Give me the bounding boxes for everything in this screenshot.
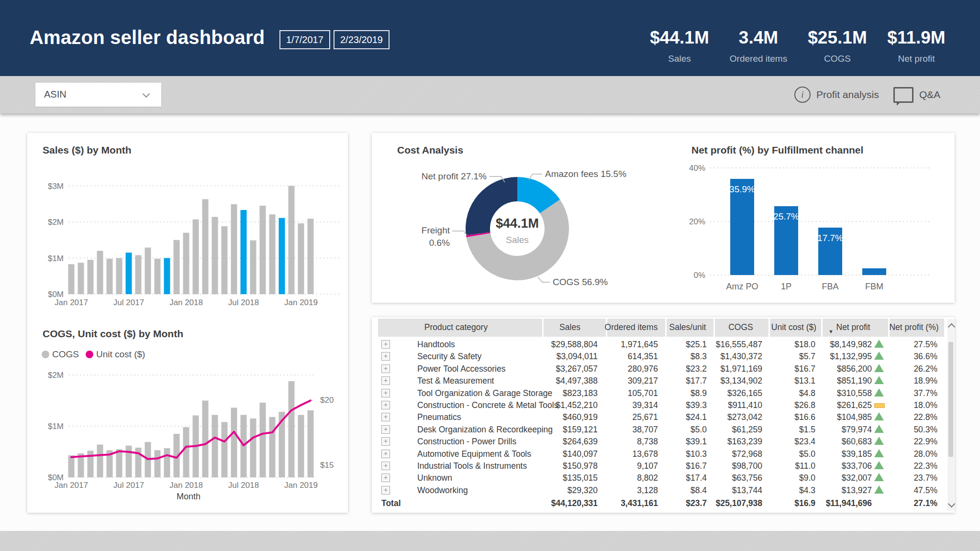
- sales_unit-cell: $39.1: [686, 437, 707, 447]
- ordered-cell: 39,314: [632, 400, 658, 410]
- cogs-bar: [212, 415, 218, 477]
- svg-text:FBM: FBM: [865, 282, 883, 291]
- table-total-row[interactable]: Total$44,120,3313,431,161$23.7$25,107,93…: [372, 497, 955, 509]
- sales-cell: $4,497,388: [556, 376, 598, 386]
- kpi-up-triangle-icon: [874, 364, 884, 372]
- cogs-cell: $1,971,169: [720, 364, 762, 374]
- kpi-up-triangle-icon: [874, 485, 884, 494]
- svg-text:FBA: FBA: [822, 282, 838, 291]
- kpi-net-profit: $11.9M Net profit: [887, 28, 945, 64]
- sales-cell: $140,097: [563, 449, 598, 459]
- sales-bar: [289, 186, 295, 295]
- net_profit_pct-cell: 18.0%: [913, 400, 937, 410]
- table-scrollbar-thumb[interactable]: [948, 342, 953, 457]
- table-row[interactable]: +Construction - Power Drills$264,6398,73…: [372, 435, 955, 448]
- expand-row-icon[interactable]: +: [381, 437, 390, 446]
- sales-cell: $264,639: [563, 437, 598, 447]
- cogs-cell: $72,968: [732, 449, 762, 459]
- svg-text:25.7%: 25.7%: [773, 211, 799, 221]
- svg-text:Jan 2017: Jan 2017: [55, 481, 88, 490]
- svg-text:Jan 2019: Jan 2019: [284, 481, 318, 490]
- scroll-down-icon[interactable]: [948, 500, 956, 508]
- table-row[interactable]: +Unknown$135,0158,802$17.4$63,756$9.0$32…: [372, 472, 955, 484]
- table-row[interactable]: +Security & Safety$3,094,011614,351$8.3$…: [372, 350, 955, 363]
- expand-row-icon[interactable]: +: [381, 425, 390, 434]
- cogs-bar: [97, 445, 103, 477]
- table-row[interactable]: +Test & Measurement$4,497,388309,217$17.…: [372, 375, 955, 387]
- expand-row-icon[interactable]: +: [381, 340, 390, 349]
- expand-row-icon[interactable]: +: [381, 352, 390, 361]
- sales-bar: [78, 263, 84, 294]
- svg-text:$15: $15: [320, 461, 334, 470]
- sales-bar: [202, 199, 209, 294]
- net_profit-cell: $79,974: [842, 425, 872, 435]
- ordered-cell: 8,738: [637, 437, 658, 447]
- profit-analysis-button[interactable]: i Profit analysis: [794, 76, 879, 113]
- svg-text:Jan 2018: Jan 2018: [169, 481, 203, 490]
- sales-bar: [116, 258, 122, 295]
- cogs-bar: [308, 410, 314, 477]
- ordered-cell: 38,707: [632, 425, 658, 435]
- qna-button[interactable]: Q&A: [893, 76, 940, 113]
- cogs-bars[interactable]: [68, 381, 314, 477]
- cogs-bar: [116, 449, 122, 477]
- net_profit_pct-cell: 23.7%: [913, 473, 937, 483]
- kpi-flat-bar-icon: [874, 403, 885, 408]
- table-row[interactable]: +Tool Organization & Garage Storage$823,…: [372, 387, 955, 399]
- table-row[interactable]: +Construction - Concrete & Metal Tools$1…: [372, 399, 955, 411]
- expand-row-icon[interactable]: +: [381, 450, 390, 458]
- unit_cost-cell: $5.7: [799, 352, 815, 362]
- cost-analysis-donut[interactable]: Amazon fees 15.5%Net profit 27.1%Freight…: [372, 133, 668, 303]
- net_profit_pct-cell: 22.3%: [913, 461, 937, 471]
- monthly-charts-plot[interactable]: $0M$1M$2M$3MJan 2017Jul 2017Jan 2018Jul …: [27, 133, 348, 513]
- column-header-label: Net profit: [836, 322, 870, 332]
- unit_cost-cell: $9.0: [799, 473, 815, 483]
- unit_cost-cell: $5.0: [799, 449, 815, 459]
- fulfillment-channel-plot[interactable]: 0%20%40%35.9%Amz PO25.7%1P17.7%FBAFBM: [668, 133, 955, 303]
- kpi-cogs-value: $25.1M: [808, 28, 867, 48]
- expand-row-icon[interactable]: +: [381, 474, 390, 482]
- table-row[interactable]: +Pneumatics$460,91925,671$24.1$273,042$1…: [372, 411, 955, 423]
- table-row[interactable]: +Power Tool Accessories$3,267,057280,976…: [372, 363, 955, 375]
- table-row[interactable]: +Desk Organization & Recordkeeping$159,1…: [372, 423, 955, 436]
- cogs-cell: $1,430,372: [720, 352, 762, 362]
- table-row[interactable]: +Woodworking$29,3203,128$8.4$13,744$4.3$…: [372, 484, 955, 496]
- cogs-bar: [202, 401, 209, 478]
- sales-bar: [107, 259, 113, 294]
- expand-row-icon[interactable]: +: [381, 389, 390, 397]
- svg-text:Jan 2019: Jan 2019: [284, 298, 318, 307]
- cogs-bar: [68, 455, 75, 477]
- sales-bar: [231, 204, 237, 294]
- app-header: Amazon seller dashboard 1/7/2017 2/23/20…: [0, 0, 980, 76]
- table-row[interactable]: +Handtools$29,588,8041,971,645$25.1$16,5…: [372, 338, 955, 351]
- table-row[interactable]: +Industrial Tools & Instruments$150,9789…: [372, 460, 955, 472]
- expand-row-icon[interactable]: +: [381, 376, 390, 385]
- svg-text:Jul 2017: Jul 2017: [113, 481, 144, 490]
- date-end-input[interactable]: 2/23/2019: [334, 30, 390, 49]
- category-cell: Construction - Power Drills: [417, 437, 516, 447]
- sales-cell: $29,588,804: [551, 340, 598, 350]
- date-start-input[interactable]: 1/7/2017: [279, 30, 330, 49]
- cogs-cell: $273,042: [727, 412, 762, 422]
- net_profit_pct-cell: 27.5%: [913, 340, 937, 350]
- expand-row-icon[interactable]: +: [381, 462, 390, 470]
- ordered-cell: 13,678: [632, 449, 658, 459]
- expand-row-icon[interactable]: +: [381, 364, 390, 373]
- category-cell: Security & Safety: [417, 352, 481, 362]
- table-row[interactable]: +Automotive Equipment & Tools$140,09713,…: [372, 448, 955, 460]
- asin-slicer-dropdown[interactable]: ASIN: [35, 83, 161, 107]
- asin-slicer-value: ASIN: [44, 89, 67, 100]
- expand-row-icon[interactable]: +: [381, 486, 390, 495]
- sales-cell: $135,015: [563, 473, 598, 483]
- svg-text:$1M: $1M: [48, 422, 64, 431]
- scroll-up-icon[interactable]: [948, 323, 956, 331]
- sales_unit-cell: $16.7: [686, 461, 707, 471]
- expand-row-icon[interactable]: +: [381, 413, 390, 421]
- expand-row-icon[interactable]: +: [381, 401, 390, 409]
- svg-text:Sales: Sales: [506, 235, 529, 245]
- unit_cost-cell: $11.0: [795, 461, 816, 471]
- net_profit_pct-cell: 47.5%: [913, 485, 937, 496]
- category-cell: Tool Organization & Garage Storage: [417, 388, 552, 398]
- sales-bars[interactable]: [68, 186, 314, 295]
- unit_cost-cell: $23.4: [794, 437, 815, 447]
